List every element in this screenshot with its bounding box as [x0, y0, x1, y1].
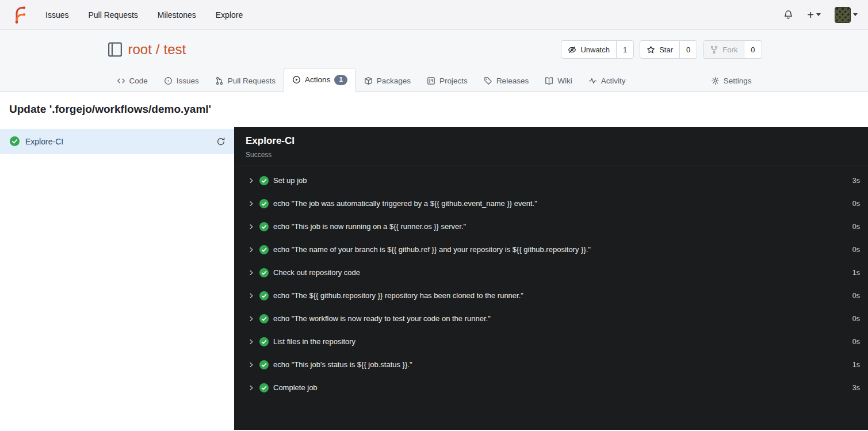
tab-projects[interactable]: Projects — [419, 70, 476, 91]
step-label: Check out repository code — [273, 268, 848, 277]
tab-label: Settings — [724, 77, 752, 85]
create-new-dropdown[interactable]: + — [807, 9, 821, 21]
project-board-icon — [427, 77, 435, 85]
success-check-icon — [259, 291, 269, 300]
repo-action-buttons: Unwatch 1 Star 0 — [561, 40, 762, 59]
step-duration: 0s — [852, 246, 861, 254]
unwatch-label: Unwatch — [580, 45, 610, 54]
chevron-right-icon — [248, 177, 255, 184]
tab-issues[interactable]: Issues — [156, 70, 207, 91]
tab-pull-requests[interactable]: Pull Requests — [207, 70, 284, 91]
job-log-panel: Explore-CI Success Set up job 3s echo "T… — [234, 127, 868, 430]
issue-circle-icon — [164, 77, 173, 85]
git-fork-icon — [710, 45, 718, 54]
step-row-echo-triggered[interactable]: echo "The job was automatically triggere… — [248, 192, 861, 215]
success-check-icon — [259, 176, 269, 185]
tab-label: Pull Requests — [228, 77, 276, 85]
nav-item-milestones[interactable]: Milestones — [148, 0, 206, 30]
run-title: Update '.forgejo/workflows/demo.yaml' — [9, 103, 859, 116]
tab-label: Packages — [377, 77, 411, 85]
job-panel-title: Explore-CI — [246, 135, 856, 147]
step-row-echo-running-on[interactable]: echo "This job is now running on a ${{ r… — [248, 215, 861, 238]
step-list: Set up job 3s echo "The job was automati… — [234, 166, 868, 399]
nav-item-explore[interactable]: Explore — [206, 0, 253, 30]
nav-item-issues[interactable]: Issues — [36, 0, 78, 30]
tab-actions[interactable]: Actions 1 — [284, 68, 356, 92]
step-duration: 0s — [852, 223, 861, 231]
bell-icon — [783, 10, 793, 20]
stars-count[interactable]: 0 — [679, 41, 697, 58]
step-duration: 1s — [852, 269, 861, 277]
tab-label: Projects — [439, 77, 468, 85]
nav-item-pull-requests[interactable]: Pull Requests — [78, 0, 147, 30]
tab-label: Code — [129, 77, 148, 85]
chevron-right-icon — [248, 361, 255, 368]
forgejo-logo-icon[interactable] — [10, 6, 29, 24]
tab-code[interactable]: Code — [109, 70, 156, 91]
caret-down-icon — [853, 13, 858, 16]
chevron-right-icon — [248, 338, 255, 345]
caret-down-icon — [816, 13, 821, 16]
eye-slash-icon — [568, 45, 576, 54]
tab-packages[interactable]: Packages — [356, 70, 419, 91]
step-row-echo-ready[interactable]: echo "The workflow is now ready to test … — [248, 307, 861, 330]
fork-button-group: Fork 0 — [703, 40, 762, 59]
forks-count[interactable]: 0 — [744, 41, 761, 58]
pulse-icon — [588, 77, 597, 85]
tab-activity[interactable]: Activity — [580, 70, 634, 91]
repo-header: root / test Unwatch — [0, 30, 868, 92]
step-label: echo "The workflow is now ready to test … — [273, 314, 848, 323]
job-item-explore-ci[interactable]: Explore-CI — [0, 129, 234, 154]
step-row-setup-job[interactable]: Set up job 3s — [248, 169, 861, 192]
star-button-group: Star 0 — [640, 40, 697, 59]
step-row-checkout[interactable]: Check out repository code 1s — [248, 261, 861, 284]
actions-count-badge: 1 — [334, 75, 347, 85]
tab-label: Wiki — [557, 77, 572, 85]
repo-name-link[interactable]: test — [164, 41, 186, 58]
rerun-job-icon[interactable] — [216, 137, 225, 146]
step-row-echo-cloned[interactable]: echo "The ${{ github.repository }} repos… — [248, 284, 861, 307]
job-status-text: Success — [246, 151, 856, 159]
star-icon — [647, 45, 655, 54]
top-nav-links: Issues Pull Requests Milestones Explore — [36, 0, 253, 30]
tab-label: Releases — [496, 77, 529, 85]
tag-icon — [484, 77, 492, 85]
step-row-echo-job-status[interactable]: echo "This job's status is ${{ job.statu… — [248, 353, 861, 376]
fork-label: Fork — [722, 45, 737, 54]
plus-icon: + — [807, 9, 814, 21]
run-title-row: Update '.forgejo/workflows/demo.yaml' — [0, 92, 868, 127]
success-check-icon — [259, 199, 269, 208]
tab-settings[interactable]: Settings — [703, 70, 760, 91]
avatar — [835, 7, 851, 23]
user-menu-dropdown[interactable] — [835, 7, 858, 23]
unwatch-button[interactable]: Unwatch — [561, 41, 616, 58]
step-label: echo "The ${{ github.repository }} repos… — [273, 291, 848, 300]
step-row-echo-branch-name[interactable]: echo "The name of your branch is ${{ git… — [248, 238, 861, 261]
step-label: echo "This job's status is ${{ job.statu… — [273, 360, 848, 369]
success-check-icon — [259, 222, 269, 231]
job-name: Explore-CI — [25, 137, 211, 146]
tab-label: Activity — [601, 77, 626, 85]
notifications-button[interactable] — [783, 10, 793, 20]
fork-button[interactable]: Fork — [703, 41, 744, 58]
tab-label: Actions — [305, 75, 330, 84]
watchers-count[interactable]: 1 — [616, 41, 633, 58]
package-icon — [364, 77, 373, 85]
success-check-icon — [259, 268, 269, 277]
job-panel-header: Explore-CI Success — [234, 127, 868, 166]
step-row-complete-job[interactable]: Complete job 3s — [248, 376, 861, 399]
repo-tab-bar: Code Issues Pull Request — [106, 68, 762, 91]
step-row-list-files[interactable]: List files in the repository 0s — [248, 330, 861, 353]
step-duration: 3s — [852, 384, 861, 392]
chevron-right-icon — [248, 200, 255, 207]
tab-releases[interactable]: Releases — [476, 70, 537, 91]
chevron-right-icon — [248, 223, 255, 230]
tab-wiki[interactable]: Wiki — [537, 70, 580, 91]
repository-icon — [106, 41, 124, 58]
job-sidebar: Explore-CI — [0, 127, 234, 430]
star-button[interactable]: Star — [640, 41, 679, 58]
repo-title-row: root / test Unwatch — [106, 40, 762, 59]
success-check-icon — [10, 136, 20, 146]
repo-owner-link[interactable]: root — [128, 41, 152, 58]
success-check-icon — [259, 383, 269, 392]
